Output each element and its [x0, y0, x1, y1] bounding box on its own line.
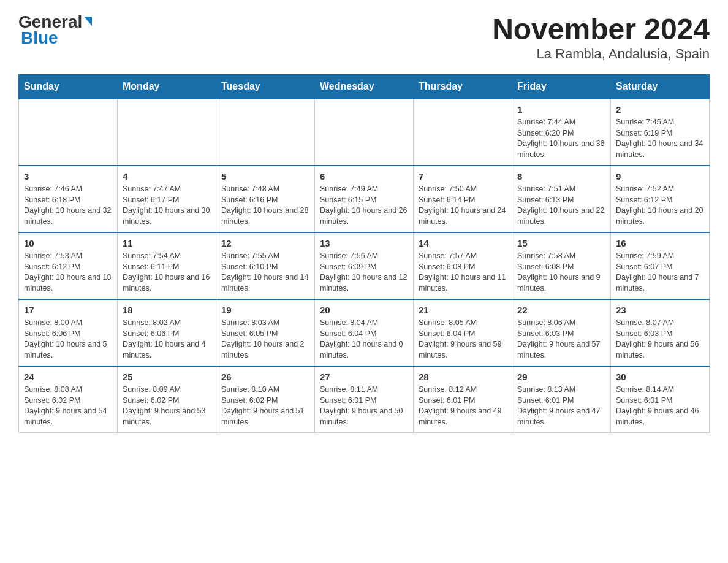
day-info: Sunrise: 7:56 AM Sunset: 6:09 PM Dayligh… — [320, 251, 408, 294]
calendar-table: SundayMondayTuesdayWednesdayThursdayFrid… — [18, 74, 710, 433]
day-info: Sunrise: 7:52 AM Sunset: 6:12 PM Dayligh… — [616, 184, 704, 227]
weekday-header-friday: Friday — [512, 75, 611, 99]
day-info: Sunrise: 8:14 AM Sunset: 6:01 PM Dayligh… — [616, 385, 704, 427]
day-number: 25 — [123, 372, 211, 382]
day-number: 8 — [517, 171, 605, 182]
day-info: Sunrise: 7:48 AM Sunset: 6:16 PM Dayligh… — [221, 184, 309, 227]
day-info: Sunrise: 8:11 AM Sunset: 6:01 PM Dayligh… — [320, 385, 408, 427]
day-number: 7 — [419, 171, 507, 182]
logo-blue-text: Blue — [21, 28, 58, 48]
calendar-cell: 15Sunrise: 7:58 AM Sunset: 6:08 PM Dayli… — [512, 232, 611, 299]
calendar-cell: 1Sunrise: 7:44 AM Sunset: 6:20 PM Daylig… — [512, 99, 611, 166]
day-number: 2 — [616, 104, 704, 115]
calendar-cell: 18Sunrise: 8:02 AM Sunset: 6:06 PM Dayli… — [118, 299, 216, 366]
day-number: 19 — [221, 305, 309, 315]
calendar-cell: 12Sunrise: 7:55 AM Sunset: 6:10 PM Dayli… — [216, 232, 315, 299]
weekday-header-saturday: Saturday — [611, 75, 710, 99]
logo: General Blue — [18, 12, 92, 48]
calendar-cell: 14Sunrise: 7:57 AM Sunset: 6:08 PM Dayli… — [414, 232, 512, 299]
calendar-cell: 24Sunrise: 8:08 AM Sunset: 6:02 PM Dayli… — [19, 366, 118, 433]
page-title: November 2024 — [492, 12, 710, 46]
day-number: 20 — [320, 305, 408, 315]
day-info: Sunrise: 8:03 AM Sunset: 6:05 PM Dayligh… — [221, 318, 309, 361]
day-number: 28 — [419, 372, 507, 382]
weekday-header-monday: Monday — [118, 75, 216, 99]
day-number: 1 — [517, 104, 605, 115]
calendar-cell: 23Sunrise: 8:07 AM Sunset: 6:03 PM Dayli… — [611, 299, 710, 366]
calendar-cell: 6Sunrise: 7:49 AM Sunset: 6:15 PM Daylig… — [315, 166, 414, 232]
calendar-week-row: 3Sunrise: 7:46 AM Sunset: 6:18 PM Daylig… — [19, 166, 710, 232]
calendar-cell: 26Sunrise: 8:10 AM Sunset: 6:02 PM Dayli… — [216, 366, 315, 433]
calendar-header-row: SundayMondayTuesdayWednesdayThursdayFrid… — [19, 75, 710, 99]
calendar-week-row: 17Sunrise: 8:00 AM Sunset: 6:06 PM Dayli… — [19, 299, 710, 366]
day-info: Sunrise: 8:06 AM Sunset: 6:03 PM Dayligh… — [517, 318, 605, 361]
day-info: Sunrise: 7:46 AM Sunset: 6:18 PM Dayligh… — [24, 184, 112, 227]
calendar-cell: 30Sunrise: 8:14 AM Sunset: 6:01 PM Dayli… — [611, 366, 710, 433]
calendar-cell: 29Sunrise: 8:13 AM Sunset: 6:01 PM Dayli… — [512, 366, 611, 433]
calendar-cell: 10Sunrise: 7:53 AM Sunset: 6:12 PM Dayli… — [19, 232, 118, 299]
day-info: Sunrise: 7:59 AM Sunset: 6:07 PM Dayligh… — [616, 251, 704, 294]
day-info: Sunrise: 7:49 AM Sunset: 6:15 PM Dayligh… — [320, 184, 408, 227]
day-number: 9 — [616, 171, 704, 182]
day-info: Sunrise: 8:08 AM Sunset: 6:02 PM Dayligh… — [24, 385, 112, 427]
day-info: Sunrise: 8:02 AM Sunset: 6:06 PM Dayligh… — [123, 318, 211, 361]
calendar-cell — [216, 99, 315, 166]
day-info: Sunrise: 8:10 AM Sunset: 6:02 PM Dayligh… — [221, 385, 309, 427]
day-number: 24 — [24, 372, 112, 382]
logo-triangle-icon — [84, 17, 92, 26]
day-info: Sunrise: 8:13 AM Sunset: 6:01 PM Dayligh… — [517, 385, 605, 427]
day-number: 22 — [517, 305, 605, 315]
calendar-cell: 3Sunrise: 7:46 AM Sunset: 6:18 PM Daylig… — [19, 166, 118, 232]
day-info: Sunrise: 7:47 AM Sunset: 6:17 PM Dayligh… — [123, 184, 211, 227]
day-number: 17 — [24, 305, 112, 315]
day-number: 16 — [616, 238, 704, 248]
calendar-cell: 25Sunrise: 8:09 AM Sunset: 6:02 PM Dayli… — [118, 366, 216, 433]
day-info: Sunrise: 7:53 AM Sunset: 6:12 PM Dayligh… — [24, 251, 112, 294]
calendar-week-row: 1Sunrise: 7:44 AM Sunset: 6:20 PM Daylig… — [19, 99, 710, 166]
day-number: 26 — [221, 372, 309, 382]
day-info: Sunrise: 8:07 AM Sunset: 6:03 PM Dayligh… — [616, 318, 704, 361]
day-number: 13 — [320, 238, 408, 248]
calendar-cell: 5Sunrise: 7:48 AM Sunset: 6:16 PM Daylig… — [216, 166, 315, 232]
day-info: Sunrise: 7:58 AM Sunset: 6:08 PM Dayligh… — [517, 251, 605, 294]
day-number: 10 — [24, 238, 112, 248]
calendar-cell — [414, 99, 512, 166]
page-header: General Blue November 2024 La Rambla, An… — [18, 12, 710, 62]
calendar-cell: 22Sunrise: 8:06 AM Sunset: 6:03 PM Dayli… — [512, 299, 611, 366]
calendar-cell — [19, 99, 118, 166]
calendar-cell: 17Sunrise: 8:00 AM Sunset: 6:06 PM Dayli… — [19, 299, 118, 366]
calendar-week-row: 10Sunrise: 7:53 AM Sunset: 6:12 PM Dayli… — [19, 232, 710, 299]
calendar-cell: 21Sunrise: 8:05 AM Sunset: 6:04 PM Dayli… — [414, 299, 512, 366]
day-number: 29 — [517, 372, 605, 382]
calendar-week-row: 24Sunrise: 8:08 AM Sunset: 6:02 PM Dayli… — [19, 366, 710, 433]
calendar-cell: 27Sunrise: 8:11 AM Sunset: 6:01 PM Dayli… — [315, 366, 414, 433]
calendar-cell — [118, 99, 216, 166]
day-number: 30 — [616, 372, 704, 382]
calendar-cell — [315, 99, 414, 166]
calendar-cell: 2Sunrise: 7:45 AM Sunset: 6:19 PM Daylig… — [611, 99, 710, 166]
weekday-header-tuesday: Tuesday — [216, 75, 315, 99]
weekday-header-sunday: Sunday — [19, 75, 118, 99]
calendar-cell: 19Sunrise: 8:03 AM Sunset: 6:05 PM Dayli… — [216, 299, 315, 366]
day-info: Sunrise: 7:45 AM Sunset: 6:19 PM Dayligh… — [616, 117, 704, 160]
day-number: 21 — [419, 305, 507, 315]
day-number: 11 — [123, 238, 211, 248]
day-info: Sunrise: 7:51 AM Sunset: 6:13 PM Dayligh… — [517, 184, 605, 227]
calendar-cell: 13Sunrise: 7:56 AM Sunset: 6:09 PM Dayli… — [315, 232, 414, 299]
day-number: 5 — [221, 171, 309, 182]
day-info: Sunrise: 8:12 AM Sunset: 6:01 PM Dayligh… — [419, 385, 507, 427]
calendar-cell: 9Sunrise: 7:52 AM Sunset: 6:12 PM Daylig… — [611, 166, 710, 232]
day-info: Sunrise: 7:54 AM Sunset: 6:11 PM Dayligh… — [123, 251, 211, 294]
day-number: 23 — [616, 305, 704, 315]
calendar-cell: 28Sunrise: 8:12 AM Sunset: 6:01 PM Dayli… — [414, 366, 512, 433]
day-number: 12 — [221, 238, 309, 248]
day-info: Sunrise: 8:00 AM Sunset: 6:06 PM Dayligh… — [24, 318, 112, 361]
day-number: 15 — [517, 238, 605, 248]
day-number: 4 — [123, 171, 211, 182]
calendar-cell: 8Sunrise: 7:51 AM Sunset: 6:13 PM Daylig… — [512, 166, 611, 232]
day-info: Sunrise: 7:55 AM Sunset: 6:10 PM Dayligh… — [221, 251, 309, 294]
day-info: Sunrise: 7:57 AM Sunset: 6:08 PM Dayligh… — [419, 251, 507, 294]
day-info: Sunrise: 8:09 AM Sunset: 6:02 PM Dayligh… — [123, 385, 211, 427]
day-number: 14 — [419, 238, 507, 248]
day-number: 6 — [320, 171, 408, 182]
